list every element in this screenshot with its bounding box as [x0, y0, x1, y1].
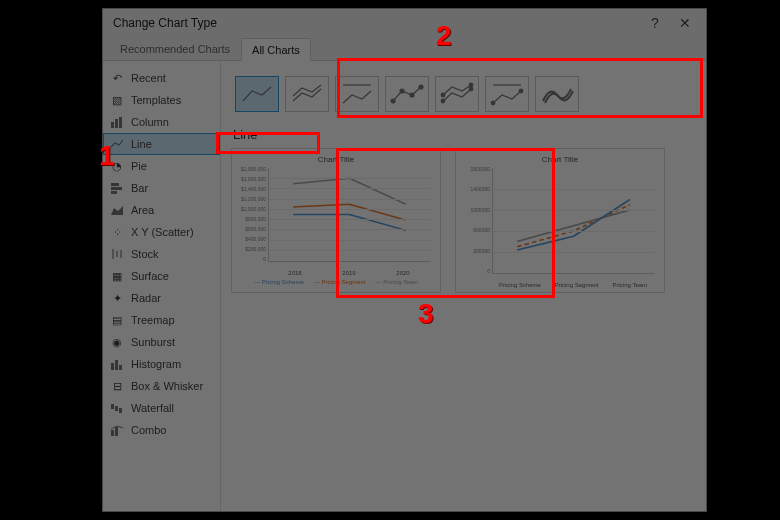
- templates-icon: ▧: [109, 92, 125, 108]
- preview-x-labels: Pricing Scheme Pricing Segment Pricing T…: [492, 282, 654, 288]
- svg-rect-2: [119, 117, 122, 128]
- svg-rect-17: [115, 427, 118, 436]
- svg-point-19: [400, 89, 404, 93]
- dialog-title: Change Chart Type: [113, 16, 640, 30]
- sidebar-item-label: X Y (Scatter): [131, 226, 194, 238]
- sidebar-item-label: Radar: [131, 292, 161, 304]
- sidebar-item-surface[interactable]: ▦ Surface: [103, 265, 220, 287]
- svg-point-27: [519, 89, 523, 93]
- preview-chart-area: $1,800,000 $1,600,000 $1,400,000 $1,200,…: [240, 166, 432, 276]
- column-chart-icon: [109, 114, 125, 130]
- sidebar-item-scatter[interactable]: ⁘ X Y (Scatter): [103, 221, 220, 243]
- sidebar-item-stock[interactable]: Stock: [103, 243, 220, 265]
- chart-main-panel: Line Chart Title $1,800,000 $1,600,000 $…: [221, 61, 706, 511]
- surface-chart-icon: ▦: [109, 268, 125, 284]
- dialog-titlebar: Change Chart Type ? ✕: [103, 9, 706, 37]
- sidebar-item-label: Box & Whisker: [131, 380, 203, 392]
- sidebar-item-label: Pie: [131, 160, 147, 172]
- svg-rect-0: [111, 122, 114, 128]
- subtype-100-stacked-line-markers[interactable]: [485, 76, 529, 112]
- svg-point-22: [441, 99, 445, 103]
- sidebar-item-line[interactable]: Line: [103, 133, 220, 155]
- sidebar-item-radar[interactable]: ✦ Radar: [103, 287, 220, 309]
- scatter-chart-icon: ⁘: [109, 224, 125, 240]
- sidebar-item-combo[interactable]: Combo: [103, 419, 220, 441]
- radar-chart-icon: ✦: [109, 290, 125, 306]
- svg-point-18: [391, 99, 395, 103]
- svg-rect-1: [115, 119, 118, 128]
- subtype-100-stacked-line[interactable]: [335, 76, 379, 112]
- sidebar-item-column[interactable]: Column: [103, 111, 220, 133]
- close-button[interactable]: ✕: [670, 12, 700, 34]
- sidebar-item-label: Histogram: [131, 358, 181, 370]
- preview-title: Chart Title: [464, 155, 656, 164]
- svg-rect-13: [111, 404, 114, 409]
- sidebar-item-label: Column: [131, 116, 169, 128]
- preview-plot: [492, 168, 654, 274]
- svg-rect-3: [111, 183, 119, 186]
- treemap-chart-icon: ▤: [109, 312, 125, 328]
- svg-point-21: [419, 85, 423, 89]
- sidebar-item-area[interactable]: Area: [103, 199, 220, 221]
- preview-y-labels: 1800000 1400000 1000000 600000 200000 0: [460, 166, 490, 274]
- annotation-number-2: 2: [436, 20, 452, 52]
- sidebar-item-label: Combo: [131, 424, 166, 436]
- tab-recommended-charts[interactable]: Recommended Charts: [109, 37, 241, 60]
- histogram-chart-icon: [109, 356, 125, 372]
- sidebar-item-bar[interactable]: Bar: [103, 177, 220, 199]
- sidebar-item-templates[interactable]: ▧ Templates: [103, 89, 220, 111]
- sidebar-item-treemap[interactable]: ▤ Treemap: [103, 309, 220, 331]
- sidebar-item-sunburst[interactable]: ◉ Sunburst: [103, 331, 220, 353]
- stock-chart-icon: [109, 246, 125, 262]
- svg-point-24: [441, 93, 445, 97]
- tab-all-charts[interactable]: All Charts: [241, 38, 311, 61]
- svg-rect-16: [111, 430, 114, 436]
- dialog-tabs: Recommended Charts All Charts: [103, 37, 706, 61]
- svg-point-23: [469, 87, 473, 91]
- svg-rect-11: [115, 360, 118, 370]
- help-button[interactable]: ?: [640, 12, 670, 34]
- sidebar-item-waterfall[interactable]: Waterfall: [103, 397, 220, 419]
- subtype-stacked-line[interactable]: [285, 76, 329, 112]
- sidebar-item-label: Templates: [131, 94, 181, 106]
- subtype-stacked-line-markers[interactable]: [435, 76, 479, 112]
- chart-preview-2[interactable]: Chart Title 1800000 1400000 1000000 6000…: [455, 148, 665, 293]
- preview-x-labels: 2018 2019 2020: [268, 270, 430, 276]
- svg-rect-10: [111, 363, 114, 370]
- svg-rect-12: [119, 365, 122, 370]
- sidebar-item-label: Treemap: [131, 314, 175, 326]
- subtype-line-markers[interactable]: [385, 76, 429, 112]
- preview-plot: [268, 168, 430, 262]
- sidebar-item-label: Waterfall: [131, 402, 174, 414]
- svg-point-25: [469, 83, 473, 87]
- preview-title: Chart Title: [240, 155, 432, 164]
- subtype-line[interactable]: [235, 76, 279, 112]
- svg-rect-15: [119, 408, 122, 413]
- line-series-svg: [269, 168, 430, 261]
- chart-previews: Chart Title $1,800,000 $1,600,000 $1,400…: [231, 148, 696, 293]
- chart-type-heading: Line: [233, 127, 696, 142]
- combo-chart-icon: [109, 422, 125, 438]
- preview-y-labels: $1,800,000 $1,600,000 $1,400,000 $1,200,…: [236, 166, 266, 262]
- sidebar-item-pie[interactable]: ◔ Pie: [103, 155, 220, 177]
- annotation-number-3: 3: [418, 298, 434, 330]
- recent-icon: ↶: [109, 70, 125, 86]
- waterfall-chart-icon: [109, 400, 125, 416]
- svg-rect-4: [111, 187, 122, 190]
- svg-point-20: [410, 93, 414, 97]
- sidebar-item-label: Surface: [131, 270, 169, 282]
- subtype-3d-line[interactable]: [535, 76, 579, 112]
- sidebar-item-histogram[interactable]: Histogram: [103, 353, 220, 375]
- svg-marker-6: [111, 206, 123, 215]
- sidebar-item-recent[interactable]: ↶ Recent: [103, 67, 220, 89]
- sidebar-item-label: Area: [131, 204, 154, 216]
- chart-preview-1[interactable]: Chart Title $1,800,000 $1,600,000 $1,400…: [231, 148, 441, 293]
- sidebar-item-label: Bar: [131, 182, 148, 194]
- chart-subtype-row: [231, 69, 696, 119]
- preview-chart-area: 1800000 1400000 1000000 600000 200000 0: [464, 166, 656, 288]
- sidebar-item-box-whisker[interactable]: ⊟ Box & Whisker: [103, 375, 220, 397]
- sidebar-item-label: Stock: [131, 248, 159, 260]
- svg-rect-5: [111, 191, 117, 194]
- sidebar-item-label: Line: [131, 138, 152, 150]
- sunburst-chart-icon: ◉: [109, 334, 125, 350]
